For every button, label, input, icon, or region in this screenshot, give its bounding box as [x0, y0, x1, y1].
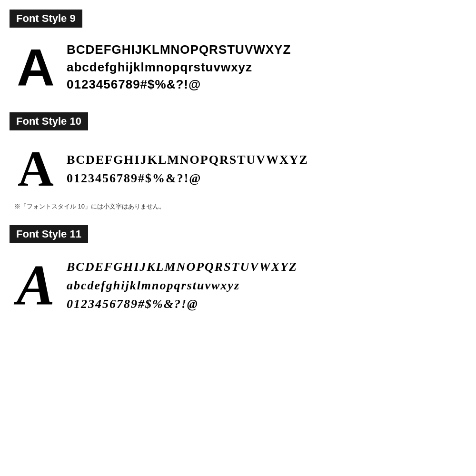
font-style-11-demo: A BCDEFGHIJKLMNOPQRSTUVWXYZ abcdefghijkl…	[10, 252, 466, 318]
font-style-11-header: Font Style 11	[10, 225, 88, 243]
font-style-9-chars: BCDEFGHIJKLMNOPQRSTUVWXYZ abcdefghijklmn…	[67, 41, 291, 93]
font-style-10-note: ※「フォントスタイル 10」には小文字はありません。	[10, 202, 466, 211]
font-style-9-line-1: BCDEFGHIJKLMNOPQRSTUVWXYZ	[67, 41, 291, 58]
font-style-11-chars: BCDEFGHIJKLMNOPQRSTUVWXYZ abcdefghijklmn…	[67, 258, 298, 313]
font-style-9-line-2: abcdefghijklmnopqrstuvwxyz	[67, 59, 291, 76]
font-style-10-header: Font Style 10	[10, 112, 88, 130]
font-style-10-chars: BCDEFGHIJKLMNOPQRSTUVWXYZ 0123456789#$%&…	[67, 150, 308, 188]
font-style-10-title: Font Style 10	[16, 115, 81, 127]
font-style-9-title: Font Style 9	[16, 12, 76, 24]
font-style-9-big-letter: A	[14, 41, 57, 93]
font-style-11-line-2: abcdefghijklmnopqrstuvwxyz	[67, 276, 298, 295]
font-style-10-demo: A BCDEFGHIJKLMNOPQRSTUVWXYZ 0123456789#$…	[10, 139, 466, 198]
font-style-11-line-3: 0123456789#$%&?!@	[67, 295, 298, 313]
font-style-10-line-2: 0123456789#$%&?!@	[67, 169, 308, 188]
font-style-9-line-3: 0123456789#$%&?!@	[67, 76, 291, 93]
font-style-11-section: Font Style 11 A BCDEFGHIJKLMNOPQRSTUVWXY…	[10, 225, 466, 318]
font-style-11-line-1: BCDEFGHIJKLMNOPQRSTUVWXYZ	[67, 258, 298, 276]
page-container: Font Style 9 A BCDEFGHIJKLMNOPQRSTUVWXYZ…	[0, 0, 476, 476]
font-style-10-section: Font Style 10 A BCDEFGHIJKLMNOPQRSTUVWXY…	[10, 112, 466, 211]
font-style-11-big-letter: A	[14, 257, 57, 314]
font-style-10-line-1: BCDEFGHIJKLMNOPQRSTUVWXYZ	[67, 150, 308, 169]
font-style-9-header: Font Style 9	[10, 10, 82, 28]
font-style-9-demo: A BCDEFGHIJKLMNOPQRSTUVWXYZ abcdefghijkl…	[10, 36, 466, 98]
font-style-10-big-letter: A	[14, 144, 57, 194]
font-style-9-section: Font Style 9 A BCDEFGHIJKLMNOPQRSTUVWXYZ…	[10, 10, 466, 98]
font-style-11-title: Font Style 11	[16, 228, 81, 240]
